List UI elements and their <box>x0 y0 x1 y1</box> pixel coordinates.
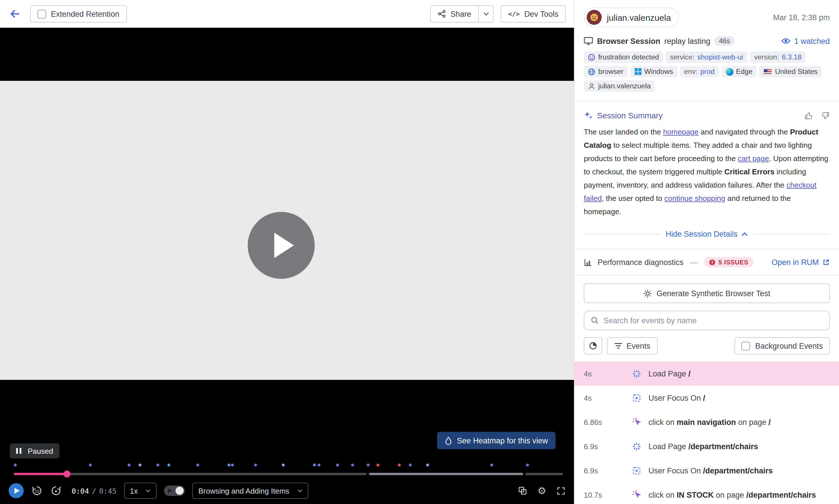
event-row[interactable]: 4sUser Focus On / <box>574 386 839 410</box>
heatmap-button[interactable]: See Heatmap for this view <box>438 432 555 449</box>
click-event-icon <box>632 417 648 427</box>
session-summary-header: Session Summary <box>574 102 839 120</box>
us-flag-icon <box>763 68 772 75</box>
tag-service[interactable]: service:shopist-web-ui <box>666 51 747 63</box>
timeline-event-dot[interactable] <box>336 464 339 467</box>
back-button[interactable] <box>7 6 23 22</box>
timeline-dots[interactable] <box>0 460 574 470</box>
play-icon <box>14 488 19 493</box>
tag-frustration[interactable]: frustration detected <box>584 51 663 63</box>
sparkles-icon <box>584 111 593 120</box>
summary-link[interactable]: continue shopping <box>664 194 725 203</box>
background-events-checkbox[interactable] <box>742 341 750 350</box>
windows-icon <box>635 68 642 75</box>
timeline-event-dot[interactable] <box>127 464 130 467</box>
extended-retention-button[interactable]: Extended Retention <box>30 5 127 22</box>
timeline-event-dot[interactable] <box>490 464 493 467</box>
summary-link[interactable]: homepage <box>663 128 699 136</box>
thumbs-down-button[interactable] <box>821 111 830 120</box>
timeline-event-dot[interactable] <box>196 464 199 467</box>
progress-handle[interactable] <box>64 470 71 478</box>
timeline-event-dot[interactable] <box>317 464 320 467</box>
progress-bar[interactable] <box>0 470 574 478</box>
code-icon: </> <box>508 10 520 18</box>
session-tags: frustration detected service:shopist-web… <box>574 46 839 92</box>
tag-version[interactable]: version:6.3.18 <box>750 51 806 63</box>
dev-tools-button[interactable]: </> Dev Tools <box>501 5 566 22</box>
extended-retention-checkbox[interactable] <box>37 10 46 18</box>
click-event-icon <box>632 490 648 499</box>
share-split-button: Share <box>430 5 494 22</box>
multi-view-button[interactable] <box>518 486 527 496</box>
rewind-10-icon: 10 <box>31 485 43 497</box>
divider-line <box>754 234 830 234</box>
open-in-rum-link[interactable]: Open in RUM <box>771 258 830 266</box>
timeline-event-dot[interactable] <box>526 464 529 467</box>
replay-viewport: Paused See Heatmap for this view <box>0 28 574 460</box>
controls-right-icons: ⚙ <box>518 486 566 496</box>
play-button[interactable] <box>8 483 24 498</box>
timeline-event-dot[interactable] <box>89 464 92 467</box>
speed-button[interactable]: 1x <box>124 483 157 499</box>
skip-forward-button[interactable] <box>50 485 62 497</box>
thumbs-up-button[interactable] <box>804 111 813 120</box>
timeline-event-dot[interactable] <box>14 464 17 467</box>
event-row[interactable]: 6.9sLoad Page /department/chairs <box>574 434 839 458</box>
event-row[interactable]: 4sLoad Page / <box>574 361 839 386</box>
timeline-event-dot[interactable] <box>227 464 230 467</box>
event-list: 4sLoad Page /4sUser Focus On /6.86sclick… <box>574 361 839 504</box>
timeline-event-dot[interactable] <box>254 464 257 467</box>
play-overlay-button[interactable] <box>248 212 315 279</box>
duration-badge: 46s <box>714 36 735 46</box>
rewind-10-button[interactable]: 10 <box>31 485 43 497</box>
timeline-event-dot[interactable] <box>282 464 285 467</box>
issues-badge[interactable]: 5 ISSUES <box>704 257 753 267</box>
timeline-event-dot[interactable] <box>138 464 141 467</box>
events-filter-button[interactable]: Events <box>607 337 658 355</box>
load-page-icon <box>632 442 641 451</box>
timeline-event-dot[interactable] <box>367 464 370 467</box>
tag-user[interactable]: julian.valenzuela <box>584 80 655 92</box>
timeline-event-dot[interactable] <box>157 464 160 467</box>
timeline-event-dot[interactable] <box>398 464 401 467</box>
pie-chart-icon <box>589 342 597 350</box>
timeline-event-dot[interactable] <box>351 464 354 467</box>
settings-button[interactable]: ⚙ <box>538 486 547 496</box>
share-dropdown-button[interactable] <box>479 5 494 22</box>
event-row[interactable]: 6.86sclick on main navigation on page / <box>574 410 839 434</box>
hide-session-details-button[interactable]: Hide Session Details <box>665 230 748 238</box>
generate-synthetic-test-button[interactable]: Generate Synthetic Browser Test <box>584 284 830 303</box>
share-button[interactable]: Share <box>430 5 479 22</box>
summary-link[interactable]: cart page <box>738 154 769 163</box>
user-pill[interactable]: julian.valenzuela <box>584 7 679 27</box>
tag-country[interactable]: United States <box>759 66 822 77</box>
playback-time: 0:04 / 0:45 <box>72 486 117 495</box>
tag-browser-edge[interactable]: Edge <box>721 66 756 77</box>
tag-os-windows[interactable]: Windows <box>630 66 677 77</box>
heatmap-label: See Heatmap for this view <box>457 436 548 445</box>
load-event-icon <box>632 442 648 451</box>
current-time: 0:04 <box>72 486 89 495</box>
paused-badge: Paused <box>10 444 59 458</box>
background-events-toggle[interactable]: Background Events <box>734 337 830 355</box>
search-input[interactable] <box>603 316 823 325</box>
tag-browser[interactable]: browser <box>584 66 628 77</box>
event-row[interactable]: 6.9sUser Focus On /department/chairs <box>574 458 839 483</box>
timeline-event-dot[interactable] <box>231 464 234 467</box>
session-panel: julian.valenzuela Mar 18, 2:38 pm Browse… <box>574 0 839 504</box>
segment-dropdown[interactable]: Browsing and Adding Items <box>193 483 308 499</box>
user-focus-icon <box>632 393 641 402</box>
timeline-event-dot[interactable] <box>426 464 429 467</box>
timeline-event-dot[interactable] <box>167 464 170 467</box>
fullscreen-button[interactable] <box>557 486 565 495</box>
click-icon <box>632 490 642 499</box>
skip-inactivity-toggle[interactable] <box>164 486 185 496</box>
focus-event-icon <box>632 393 648 402</box>
timing-breakdown-button[interactable] <box>584 337 602 355</box>
event-row[interactable]: 10.7sclick on IN STOCK on page /departme… <box>574 483 839 504</box>
timeline-event-dot[interactable] <box>409 464 411 467</box>
timeline-event-dot[interactable] <box>313 464 316 467</box>
timeline-event-dot[interactable] <box>376 464 379 467</box>
tag-env[interactable]: env:prod <box>680 66 719 77</box>
event-description: click on IN STOCK on page /department/ch… <box>648 490 816 499</box>
